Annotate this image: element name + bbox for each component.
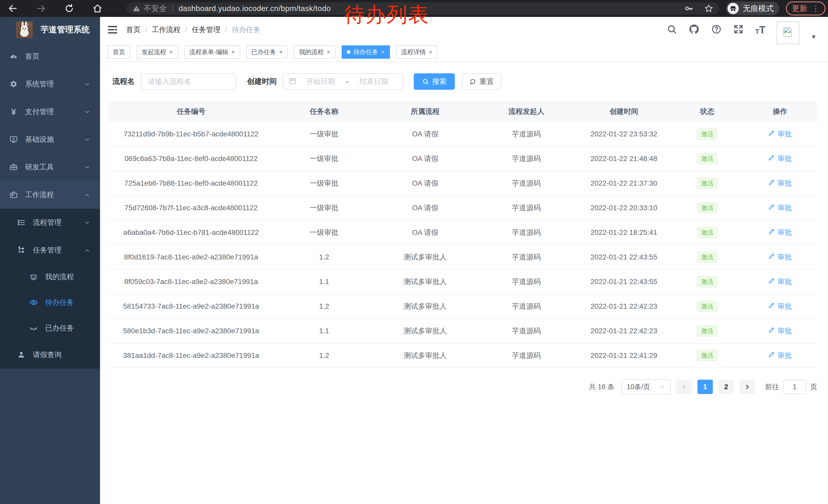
reset-button[interactable]: 重置 [462, 73, 501, 90]
browser-menu-icon[interactable]: ⋮ [812, 4, 820, 13]
sidebar-item-todo-tasks[interactable]: 待办任务 [0, 290, 100, 315]
sidebar-collapse-icon[interactable] [107, 25, 118, 35]
tab-close-icon[interactable]: × [232, 49, 235, 55]
approve-link[interactable]: 审批 [768, 326, 792, 336]
update-label[interactable]: 更新 [792, 3, 807, 14]
tab-start-process[interactable]: 发起流程× [136, 45, 178, 59]
avatar-caret-down-icon[interactable]: ▼ [811, 33, 817, 41]
browser-home-icon[interactable] [91, 2, 104, 15]
fullscreen-icon[interactable] [733, 24, 744, 36]
sidebar-item-system-mgmt[interactable]: 系统管理 [0, 70, 100, 98]
tab-done-tasks[interactable]: 已办任务× [246, 45, 288, 59]
start-date-placeholder[interactable]: 开始日期 [297, 77, 344, 86]
cell-starter: 芋道源码 [477, 228, 576, 237]
tabs-bar: 首页发起流程×流程表单-编辑×已办任务×我的流程×待办任务×流程详情× [100, 43, 828, 62]
table-header-row: 任务编号任务名称所属流程流程发起人创建时间状态操作 [108, 101, 817, 122]
approve-link[interactable]: 审批 [768, 228, 792, 237]
breadcrumb-item-1[interactable]: 首页 [126, 25, 140, 35]
tab-process-form-edit[interactable]: 流程表单-编辑× [184, 45, 240, 59]
cell-starter: 芋道源码 [477, 277, 576, 287]
approve-link[interactable]: 审批 [768, 302, 792, 311]
tab-close-icon[interactable]: × [169, 49, 173, 55]
browser-back-icon[interactable] [7, 2, 19, 15]
browser-reload-icon[interactable] [63, 2, 75, 15]
font-size-icon[interactable]: TT [755, 25, 765, 35]
dashboard-icon [9, 52, 18, 61]
cell-process: 测试多审批人 [374, 326, 477, 336]
url-text[interactable]: dashboard.yudao.iocoder.cn/bpm/task/todo [178, 4, 331, 13]
approve-link[interactable]: 审批 [768, 351, 792, 360]
date-range-picker[interactable]: 开始日期 - 结束日期 [283, 73, 404, 90]
page-button-2[interactable]: 2 [718, 380, 734, 394]
help-icon[interactable] [711, 24, 722, 36]
cell-task-id: 580e1b3d-7ac8-11ec-a9e2-a2380e71991a [108, 327, 275, 335]
cell-status: 激活 [672, 251, 743, 263]
sidebar-item-done-tasks[interactable]: 已办任务 [0, 315, 100, 341]
cell-status: 激活 [672, 227, 743, 238]
next-page-button[interactable] [740, 380, 755, 394]
sidebar-item-label: 请假查询 [33, 350, 61, 360]
app-logo-row[interactable]: 芋道管理系统 [0, 17, 100, 43]
cell-task-name: 1.1 [275, 278, 374, 286]
cell-action: 审批 [743, 154, 817, 164]
approve-link[interactable]: 审批 [768, 252, 792, 262]
cell-action: 审批 [743, 228, 817, 237]
approve-link[interactable]: 审批 [768, 203, 792, 213]
cell-action: 审批 [743, 302, 817, 311]
cell-created-time: 2022-01-21 22:43:55 [576, 253, 672, 261]
security-label[interactable]: 不安全 [143, 3, 167, 14]
page-size-select[interactable]: 10条/页 [622, 379, 671, 394]
chevron-down-icon [84, 81, 91, 88]
tab-home[interactable]: 首页 [108, 45, 130, 59]
tab-close-icon[interactable]: × [327, 49, 330, 55]
sidebar-item-home[interactable]: 首页 [0, 43, 100, 70]
sidebar-item-infrastructure[interactable]: 基础设施 [0, 126, 100, 153]
approve-link[interactable]: 审批 [768, 277, 792, 287]
sidebar-item-payment-mgmt[interactable]: ¥支付管理 [0, 98, 100, 126]
browser-update-button[interactable]: 更新 ⋮ [786, 2, 825, 15]
prev-page-button[interactable] [676, 380, 692, 394]
github-icon[interactable] [689, 24, 700, 36]
process-name-input[interactable]: 请输入流程名 [141, 73, 236, 90]
approve-link[interactable]: 审批 [768, 178, 792, 188]
gear-icon [9, 80, 18, 88]
table-row-5: a6aba0a4-7b6d-11ec-b781-acde48001122一级审批… [108, 221, 817, 245]
search-button[interactable]: 搜索 [414, 73, 455, 90]
tab-close-icon[interactable]: × [279, 49, 283, 55]
tab-close-icon[interactable]: × [429, 49, 432, 55]
bookmark-star-icon[interactable] [704, 4, 714, 13]
table-row-10: 381aa1dd-7ac8-11ec-a9e2-a2380e71991a1.2测… [108, 343, 817, 368]
sidebar-item-task-mgmt[interactable]: 任务管理 [0, 236, 100, 264]
search-icon[interactable] [666, 24, 677, 36]
pencil-icon [768, 351, 775, 360]
page-button-1[interactable]: 1 [697, 380, 713, 394]
sidebar-item-workflow[interactable]: 工作流程 [0, 181, 100, 209]
cell-process: OA 请假 [374, 203, 477, 213]
user-avatar-broken-image[interactable] [777, 21, 799, 44]
cell-created-time: 2022-01-22 18:25:41 [576, 228, 672, 237]
sidebar-item-process-mgmt[interactable]: 流程管理 [0, 209, 100, 236]
status-badge: 激活 [697, 129, 717, 140]
goto-page-input[interactable]: 1 [783, 380, 806, 394]
end-date-placeholder[interactable]: 结束日期 [350, 77, 398, 86]
cell-task-name: 一级审批 [275, 154, 374, 164]
sidebar-item-dev-tools[interactable]: 研发工具 [0, 153, 100, 181]
sidebar-item-my-process[interactable]: 我的流程 [0, 264, 100, 290]
breadcrumb-item-3[interactable]: 任务管理 [192, 25, 220, 35]
cell-task-name: 1.2 [275, 302, 374, 311]
cell-process: 测试多审批人 [374, 252, 477, 262]
cell-task-name: 一级审批 [275, 203, 374, 213]
password-key-icon[interactable] [684, 4, 694, 13]
approve-link[interactable]: 审批 [768, 129, 792, 139]
tab-todo-tasks[interactable]: 待办任务× [342, 45, 390, 59]
sidebar-menu: 首页系统管理¥支付管理基础设施研发工具工作流程流程管理任务管理我的流程待办任务已… [0, 43, 100, 369]
select-caret-down-icon [659, 383, 666, 390]
tab-my-process[interactable]: 我的流程× [294, 45, 335, 59]
browser-forward-icon[interactable] [35, 2, 47, 15]
tab-process-detail[interactable]: 流程详情× [396, 45, 438, 59]
tab-close-icon[interactable]: × [381, 49, 385, 55]
sidebar-item-leave-query[interactable]: 请假查询 [0, 341, 100, 369]
breadcrumb-item-2[interactable]: 工作流程 [152, 25, 180, 35]
table-row-1: 73211d9d-7b9b-11ec-b5b7-acde48001122一级审批… [108, 122, 817, 147]
approve-link[interactable]: 审批 [768, 154, 792, 164]
